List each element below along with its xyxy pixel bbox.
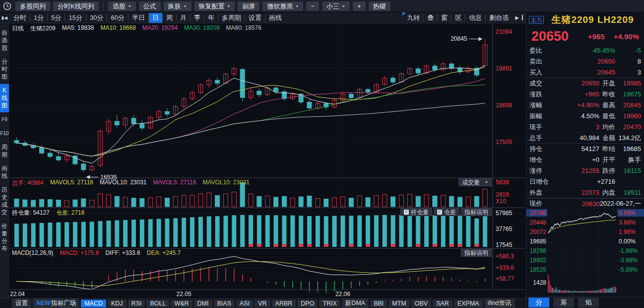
kline-chart[interactable]: 21084198911869817505579853776517545+580.… — [9, 23, 526, 298]
sidebar-item-K线图[interactable]: K线图 — [0, 84, 9, 113]
indicator-tab-MTM[interactable]: MTM — [388, 300, 409, 308]
indicator-tab-DPO[interactable]: DPO — [297, 300, 318, 308]
expand-right-icon[interactable]: ▶ — [512, 15, 523, 20]
period-tab-分时[interactable]: 分时 — [10, 13, 30, 23]
quote-value: 54127 — [553, 145, 599, 153]
indicator-tab-W&R[interactable]: W&R — [171, 300, 192, 308]
mini-tab-分[interactable]: 分 — [528, 298, 549, 308]
svg-text:1428: 1428 — [533, 279, 546, 286]
toolbar-button-恢复配置[interactable]: 恢复配置 — [194, 1, 235, 11]
last-price-row: 20650 +965 +4.90% — [526, 27, 644, 45]
period-tab-画线[interactable]: 画线 — [265, 13, 285, 23]
period-tab-周[interactable]: 周 — [163, 13, 176, 23]
indicator-tab-ifind资讯[interactable]: ifind资讯 — [484, 299, 515, 308]
main-row: ▮◀ 分时1分5分15分30分60分半日日周月季年多周期设置画线 九转叠窗区信息… — [0, 12, 644, 308]
toolbar-divider — [103, 2, 104, 10]
indicator-tab-指标广场[interactable]: NEW指标广场 — [33, 299, 79, 308]
sidebar-item-历史成交[interactable]: 历史成交 — [0, 183, 9, 220]
sidebar-item-自选股[interactable]: 自选股 — [0, 26, 9, 55]
indicator-tab-新DMA[interactable]: 新DMA — [342, 299, 369, 308]
indicator-tab-ARBR[interactable]: ARBR — [272, 300, 296, 308]
indicator-help-button[interactable]: 指标说明 — [461, 249, 492, 257]
period-tab-30分[interactable]: 30分 — [86, 13, 107, 23]
period-tab-15分[interactable]: 15分 — [65, 13, 85, 23]
toolbar-button-+[interactable]: + — [353, 1, 366, 11]
indicator-tab-EXPMA[interactable]: EXPMA — [454, 300, 483, 308]
indicator-tab-设置[interactable]: 设置 — [12, 299, 31, 308]
period-tab-多周期[interactable]: 多周期 — [218, 13, 245, 23]
mini-tab-筹[interactable]: 筹 — [553, 298, 574, 308]
tool-信息[interactable]: 信息 — [465, 13, 485, 23]
sidebar-item-分时图[interactable]: 分时图 — [0, 55, 9, 84]
indicator-tab-OBV[interactable]: OBV — [411, 300, 431, 308]
mini-intraday-chart[interactable]: 207862044820072196851929818902185255.59%… — [526, 209, 644, 295]
period-tab-1分[interactable]: 1分 — [30, 13, 47, 23]
quote-row-涨幅: 涨幅+4.90%最高20845 — [526, 100, 644, 111]
indicator-tab-VR[interactable]: VR — [255, 300, 270, 308]
toolbar-button-小三[interactable]: 小三 — [322, 1, 350, 11]
period-tab-月[interactable]: 月 — [177, 13, 190, 23]
sidebar-item-价量分布[interactable]: 价量分布 — [0, 220, 9, 256]
oi-delta-checkbox[interactable]: 仓差 — [434, 208, 459, 216]
indicator-tab-SAR[interactable]: SAR — [433, 300, 452, 308]
tool-区[interactable]: 区 — [451, 13, 465, 23]
svg-text:17545: 17545 — [496, 241, 513, 248]
toolbar-button-多股同列[interactable]: 多股同列 — [15, 1, 50, 11]
indicator-tab-BIAS[interactable]: BIAS — [214, 300, 235, 308]
indicator-tab-DMI[interactable]: DMI — [194, 300, 212, 308]
indicator-tab-KDJ[interactable]: KDJ — [108, 300, 127, 308]
indicator-tab-TRIX[interactable]: TRIX — [319, 300, 340, 308]
toolbar-button-微软雅黑[interactable]: 微软雅黑 — [262, 1, 303, 11]
toolbar-button-选股[interactable]: 选股 — [108, 1, 136, 11]
toolbar-button-副屏[interactable]: 副屏 — [238, 1, 259, 11]
period-tab-半日[interactable]: 半日 — [129, 13, 148, 23]
quote-label: 昨收 — [602, 90, 615, 99]
quote-label: 开平 — [602, 155, 615, 164]
svg-text:+580.3: +580.3 — [496, 253, 514, 260]
tool-九转[interactable]: 九转 — [403, 13, 423, 23]
toolbar-button-公式[interactable]: 公式 — [139, 1, 161, 11]
svg-text:+58.77: +58.77 — [496, 275, 514, 282]
tool-删自选[interactable]: 删自选 — [486, 13, 512, 23]
volume-controls: 成交量 — [458, 178, 492, 186]
collapse-sidebar-icon[interactable]: ▮◀ — [0, 12, 9, 23]
sidebar-item-周期[interactable]: 周期 — [0, 141, 9, 162]
toolbar-button-热键[interactable]: 热键 — [369, 1, 390, 11]
volume-indicator-dropdown[interactable]: 成交量 — [458, 178, 492, 186]
period-tab-5分[interactable]: 5分 — [48, 13, 64, 23]
quote-label: 成交 — [529, 79, 553, 88]
main-force-badge[interactable]: 主力 — [529, 16, 544, 24]
sidebar-item-画线[interactable]: 画线 — [0, 162, 9, 183]
period-tab-60分[interactable]: 60分 — [107, 13, 128, 23]
indicator-tab-BBI[interactable]: BBI — [370, 300, 387, 308]
indicator-tab-BOLL[interactable]: BOLL — [146, 300, 169, 308]
quote-label: 金额 — [602, 134, 615, 143]
clock-icon[interactable] — [3, 2, 11, 10]
period-tab-设置[interactable]: 设置 — [245, 13, 265, 23]
top-toolbar-buttons: 多股同列分时K线同列选股公式换肤恢复配置副屏微软雅黑−小三+热键 — [15, 1, 390, 11]
indicator-tab-MACD[interactable]: MACD — [81, 300, 106, 308]
quote-value: 3 — [615, 69, 641, 76]
indicator-tab-RSI[interactable]: RSI — [128, 300, 145, 308]
sidebar-item-F10[interactable]: F10 — [0, 127, 9, 141]
period-tab-年[interactable]: 年 — [204, 13, 218, 23]
quote-label: 现手 — [529, 123, 553, 132]
toolbar-button-−[interactable]: − — [306, 1, 319, 11]
quote-label: 现价 — [529, 199, 553, 208]
quote-row-总手: 总手40,984金额134.2亿 — [526, 133, 644, 144]
tool-窗[interactable]: 窗 — [438, 13, 451, 23]
period-tab-日[interactable]: 日 — [149, 13, 162, 23]
toolbar-button-换肤[interactable]: 换肤 — [164, 1, 192, 11]
toolbar-button-分时K线同列[interactable]: 分时K线同列 — [53, 1, 99, 11]
mini-tab-焰[interactable]: 焰 — [578, 298, 599, 308]
indicator-help-button[interactable]: 指标说明 — [461, 208, 492, 216]
svg-text:0.00%: 0.00% — [619, 238, 636, 245]
sidebar-item-F9[interactable]: F9 — [0, 113, 9, 127]
indicator-tab-ASI[interactable]: ASI — [236, 300, 253, 308]
tool-叠[interactable]: 叠 — [424, 13, 437, 23]
oi-checkbox[interactable]: 持仓量 — [400, 208, 432, 216]
svg-text:-5.89%: -5.89% — [619, 266, 638, 273]
period-tab-季[interactable]: 季 — [191, 13, 204, 23]
svg-text:3.88%: 3.88% — [619, 219, 636, 226]
top-toolbar: 多股同列分时K线同列选股公式换肤恢复配置副屏微软雅黑−小三+热键 — [0, 0, 644, 12]
